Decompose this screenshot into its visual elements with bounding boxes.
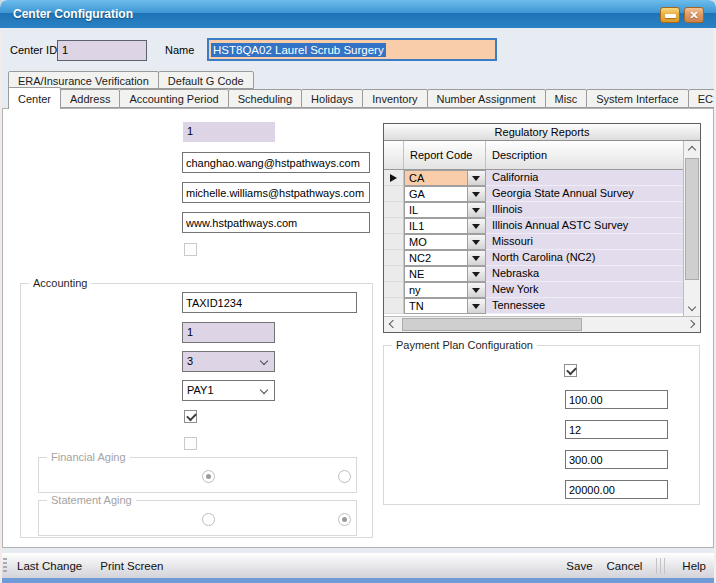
- table-row[interactable]: IL1 Illinois Annual ASTC Survey: [384, 218, 683, 234]
- row-selector-cell[interactable]: [384, 234, 404, 250]
- help-button[interactable]: Help: [682, 560, 706, 572]
- report-code-combo[interactable]: TN: [404, 298, 486, 314]
- minimum-payment-amount-input[interactable]: [565, 390, 668, 409]
- report-code-cell[interactable]: NE: [405, 267, 467, 281]
- report-code-combo[interactable]: IL: [404, 202, 486, 218]
- description-cell[interactable]: Tennessee: [486, 298, 683, 314]
- scroll-right-icon[interactable]: [687, 320, 695, 328]
- row-selector-cell[interactable]: [384, 266, 404, 282]
- tax-id-input[interactable]: [182, 292, 357, 313]
- account-number-format-dropdown[interactable]: 3: [182, 351, 275, 372]
- save-button[interactable]: Save: [566, 560, 592, 572]
- report-code-cell[interactable]: TN: [405, 299, 467, 313]
- table-row[interactable]: CA California: [384, 170, 683, 186]
- security-email-input[interactable]: [182, 182, 370, 203]
- report-code-dropdown-button[interactable]: [467, 219, 485, 233]
- financial-by-self-pay-date-radio[interactable]: [338, 470, 351, 483]
- name-field[interactable]: HST8QA02 Laurel Scrub Surgery: [207, 38, 497, 61]
- tab[interactable]: Misc: [545, 89, 588, 108]
- report-code-cell[interactable]: GA: [405, 187, 467, 201]
- report-code-dropdown-button[interactable]: [467, 283, 485, 297]
- default-self-pay-id-field[interactable]: 1: [182, 322, 275, 343]
- report-code-combo[interactable]: NC2: [404, 250, 486, 266]
- web-site-input[interactable]: [182, 212, 370, 233]
- table-row[interactable]: NC2 North Carolina (NC2): [384, 250, 683, 266]
- horizontal-scrollbar[interactable]: [384, 316, 700, 332]
- vertical-scrollbar[interactable]: [683, 141, 700, 316]
- enable-payment-plans-checkbox[interactable]: [564, 364, 577, 377]
- report-code-cell[interactable]: IL1: [405, 219, 467, 233]
- tab[interactable]: Inventory: [362, 89, 427, 108]
- mfa-checkbox[interactable]: [184, 243, 197, 256]
- tab[interactable]: System Interface: [586, 89, 689, 108]
- report-code-dropdown-button[interactable]: [467, 267, 485, 281]
- table-row[interactable]: NE Nebraska: [384, 266, 683, 282]
- statement-by-self-pay-date-radio[interactable]: [338, 513, 351, 526]
- minimum-total-patient-balance-input[interactable]: [565, 450, 668, 469]
- report-code-combo[interactable]: IL1: [404, 218, 486, 234]
- description-cell[interactable]: Missouri: [486, 234, 683, 250]
- report-code-cell[interactable]: NC2: [405, 251, 467, 265]
- report-code-cell[interactable]: MO: [405, 235, 467, 249]
- table-row[interactable]: IL Illinois: [384, 202, 683, 218]
- report-code-dropdown-button[interactable]: [467, 171, 485, 185]
- tab[interactable]: Number Assignment: [427, 89, 546, 108]
- description-cell[interactable]: Illinois: [486, 202, 683, 218]
- report-code-cell[interactable]: CA: [405, 171, 467, 185]
- tab[interactable]: Center: [8, 87, 61, 109]
- statement-payment-address-dropdown[interactable]: PAY1: [182, 380, 275, 401]
- description-cell[interactable]: New York: [486, 282, 683, 298]
- horizontal-scrollbar-thumb[interactable]: [402, 318, 582, 331]
- close-button[interactable]: ✕: [684, 7, 704, 23]
- center-id-field[interactable]: 1: [57, 40, 147, 61]
- tab[interactable]: Holidays: [301, 89, 363, 108]
- table-row[interactable]: TN Tennessee: [384, 298, 683, 314]
- scroll-down-icon[interactable]: [688, 303, 696, 311]
- toolbar-button[interactable]: Print Screen: [100, 560, 163, 572]
- report-code-dropdown-button[interactable]: [467, 251, 485, 265]
- row-selector-cell[interactable]: [384, 218, 404, 234]
- row-selector-cell[interactable]: [384, 186, 404, 202]
- statement-by-visit-date-radio[interactable]: [202, 513, 215, 526]
- tab[interactable]: Address: [60, 89, 120, 108]
- cancel-button[interactable]: Cancel: [607, 560, 643, 572]
- center-email-input[interactable]: [182, 152, 370, 173]
- description-column-header[interactable]: Description: [486, 141, 683, 169]
- table-row[interactable]: MO Missouri: [384, 234, 683, 250]
- maximum-total-patient-balance-input[interactable]: [565, 480, 668, 499]
- financial-by-visit-date-radio[interactable]: [202, 470, 215, 483]
- vertical-scrollbar-thumb[interactable]: [685, 158, 699, 280]
- tab[interactable]: ECS Claim: [688, 89, 716, 108]
- tab[interactable]: Default G Code: [158, 71, 254, 89]
- table-row[interactable]: ny New York: [384, 282, 683, 298]
- report-code-cell[interactable]: IL: [405, 203, 467, 217]
- row-selector-cell[interactable]: [384, 250, 404, 266]
- report-code-combo[interactable]: CA: [404, 170, 486, 186]
- toolbar-grip-icon[interactable]: [3, 558, 7, 574]
- description-cell[interactable]: Nebraska: [486, 266, 683, 282]
- description-cell[interactable]: Illinois Annual ASTC Survey: [486, 218, 683, 234]
- row-selector-cell[interactable]: [384, 298, 404, 314]
- row-selector-cell[interactable]: [384, 202, 404, 218]
- scroll-left-icon[interactable]: [389, 320, 397, 328]
- report-code-dropdown-button[interactable]: [467, 299, 485, 313]
- report-code-dropdown-button[interactable]: [467, 235, 485, 249]
- report-code-combo[interactable]: GA: [404, 186, 486, 202]
- table-row[interactable]: GA Georgia State Annual Survey: [384, 186, 683, 202]
- scroll-up-icon[interactable]: [688, 146, 696, 154]
- minimize-button[interactable]: [660, 7, 680, 23]
- report-code-cell[interactable]: ny: [405, 283, 467, 297]
- description-cell[interactable]: Georgia State Annual Survey: [486, 186, 683, 202]
- description-cell[interactable]: California: [486, 170, 683, 186]
- maximum-payments-input[interactable]: [565, 420, 668, 439]
- tab[interactable]: Scheduling: [228, 89, 302, 108]
- report-code-dropdown-button[interactable]: [467, 187, 485, 201]
- row-selector-cell[interactable]: [384, 170, 404, 186]
- description-cell[interactable]: North Carolina (NC2): [486, 250, 683, 266]
- toolbar-button[interactable]: Last Change: [17, 560, 82, 572]
- allow-on-screen-posting-checkbox[interactable]: [184, 410, 197, 423]
- report-code-combo[interactable]: NE: [404, 266, 486, 282]
- report-code-combo[interactable]: MO: [404, 234, 486, 250]
- report-code-combo[interactable]: ny: [404, 282, 486, 298]
- titlebar[interactable]: Center Configuration ✕: [0, 0, 716, 28]
